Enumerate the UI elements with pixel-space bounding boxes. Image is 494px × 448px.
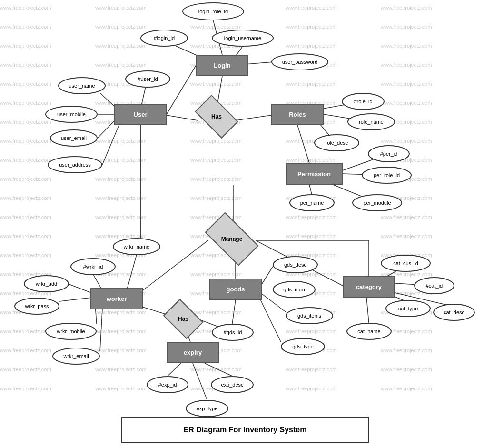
attr-user-id: #user_id [125, 70, 170, 88]
watermark: www.freeprojectz.com [0, 157, 51, 163]
watermark: www.freeprojectz.com [190, 157, 242, 163]
relationship-manage: Manage [208, 225, 256, 253]
watermark: www.freeprojectz.com [286, 367, 337, 372]
watermark: www.freeprojectz.com [286, 43, 337, 49]
attr-user-password: user_password [271, 53, 328, 70]
watermark: www.freeprojectz.com [381, 100, 432, 106]
attr-cat-cus-id: cat_cus_id [381, 255, 431, 272]
svg-line-16 [297, 125, 309, 163]
watermark: www.freeprojectz.com [0, 233, 51, 239]
attr-role-id: #role_id [342, 93, 385, 110]
watermark: www.freeprojectz.com [286, 329, 337, 334]
entity-worker: worker [90, 288, 143, 309]
watermark: www.freeprojectz.com [0, 367, 51, 372]
watermark: www.freeprojectz.com [0, 348, 51, 353]
svg-line-6 [167, 115, 198, 120]
watermark: www.freeprojectz.com [381, 81, 432, 87]
attr-wrkr-add: wrkr_add [24, 275, 69, 292]
watermark: www.freeprojectz.com [286, 386, 337, 391]
attr-cat-desc: cat_desc [433, 304, 475, 321]
watermark: www.freeprojectz.com [381, 138, 432, 144]
attr-login-role-id: login_role_id [182, 2, 244, 20]
watermark: www.freeprojectz.com [95, 43, 147, 49]
watermark: www.freeprojectz.com [0, 43, 51, 49]
relationship-has1: Has [198, 105, 236, 129]
watermark: www.freeprojectz.com [381, 348, 432, 353]
svg-line-7 [236, 115, 271, 120]
svg-line-4 [167, 65, 196, 114]
attr-per-id: #per_id [368, 145, 410, 162]
watermark: www.freeprojectz.com [95, 157, 147, 163]
watermark: www.freeprojectz.com [95, 62, 147, 68]
watermark: www.freeprojectz.com [0, 195, 51, 201]
svg-line-29 [59, 298, 91, 301]
svg-line-9 [100, 93, 115, 107]
attr-user-address: user_address [48, 156, 102, 173]
attr-exp-type: exp_type [186, 400, 228, 417]
svg-line-26 [127, 255, 137, 289]
watermark: www.freeprojectz.com [95, 195, 147, 201]
svg-line-19 [309, 185, 312, 194]
watermark: www.freeprojectz.com [381, 24, 432, 30]
watermark: www.freeprojectz.com [190, 214, 242, 220]
watermark: www.freeprojectz.com [190, 138, 242, 144]
attr-gds-id: #gds_id [212, 324, 254, 341]
watermark: www.freeprojectz.com [95, 309, 147, 315]
diagram-title: ER Diagram For Inventory System [121, 417, 369, 443]
attr-role-name: role_name [347, 113, 395, 130]
attr-wrkr-id: #wrkr_id [70, 258, 116, 275]
watermark: www.freeprojectz.com [0, 329, 51, 334]
watermark: www.freeprojectz.com [0, 252, 51, 258]
svg-line-12 [102, 125, 119, 165]
attr-exp-id: #exp_id [147, 376, 188, 393]
watermark: www.freeprojectz.com [95, 329, 147, 334]
attr-gds-items: gds_items [286, 307, 333, 324]
watermark: www.freeprojectz.com [95, 24, 147, 30]
watermark: www.freeprojectz.com [286, 81, 337, 87]
attr-cat-type: cat_type [385, 300, 431, 317]
entity-login: Login [196, 55, 248, 76]
watermark: www.freeprojectz.com [0, 138, 51, 144]
watermark: www.freeprojectz.com [95, 348, 147, 353]
attr-wrkr-pass: wrkr_pass [14, 298, 59, 315]
attr-wrkr-mobile: wrkr_mobile [45, 323, 97, 340]
watermark: www.freeprojectz.com [381, 367, 432, 372]
attr-per-name: per_name [289, 194, 335, 211]
watermark: www.freeprojectz.com [190, 195, 242, 201]
entity-user: User [114, 104, 167, 125]
svg-line-3 [245, 62, 274, 64]
attr-user-email: user_email [50, 129, 98, 147]
watermark: www.freeprojectz.com [381, 214, 432, 220]
attr-gds-type: gds_type [281, 338, 325, 355]
attr-user-name: user_name [58, 77, 106, 94]
watermark: www.freeprojectz.com [95, 5, 147, 10]
relationship-has2: Has [167, 307, 200, 331]
watermark: www.freeprojectz.com [0, 5, 51, 10]
watermark: www.freeprojectz.com [286, 5, 337, 10]
entity-roles: Roles [271, 104, 324, 125]
svg-line-39 [232, 300, 236, 324]
watermark: www.freeprojectz.com [381, 233, 432, 239]
attr-login-id: #login_id [140, 30, 188, 47]
watermark: www.freeprojectz.com [0, 214, 51, 220]
attr-gds-desc: gds_desc [273, 256, 318, 273]
attr-user-mobile: user_mobile [45, 106, 98, 123]
watermark: www.freeprojectz.com [190, 81, 242, 87]
svg-line-35 [262, 267, 273, 284]
watermark: www.freeprojectz.com [190, 24, 242, 30]
watermark: www.freeprojectz.com [286, 233, 337, 239]
attr-wrkr-email: wrkr_email [52, 348, 100, 365]
watermark: www.freeprojectz.com [95, 214, 147, 220]
er-diagram: www.freeprojectz.com www.freeprojectz.co… [0, 0, 494, 448]
watermark: www.freeprojectz.com [381, 62, 432, 68]
entity-category: category [343, 276, 395, 298]
svg-line-11 [98, 120, 115, 138]
svg-line-31 [100, 309, 102, 351]
attr-gds-num: gds_num [273, 281, 316, 298]
svg-line-47 [193, 363, 207, 400]
watermark: www.freeprojectz.com [95, 176, 147, 182]
attr-wrkr-name: wrkr_name [113, 238, 160, 255]
attr-exp-desc: exp_desc [211, 376, 254, 393]
watermark: www.freeprojectz.com [286, 157, 337, 163]
attr-per-module: per_module [352, 194, 402, 211]
